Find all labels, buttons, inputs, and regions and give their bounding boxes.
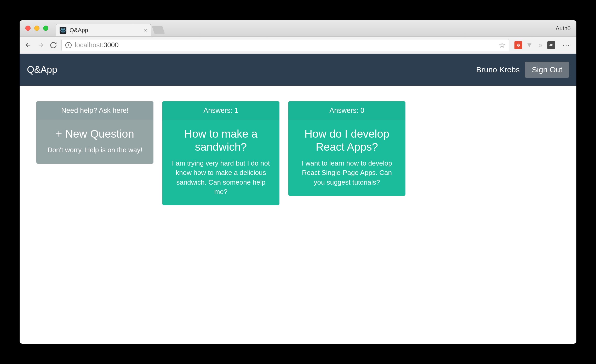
extension-icon[interactable]: ◎ bbox=[536, 41, 544, 49]
app-viewport: Q&App Bruno Krebs Sign Out Need help? As… bbox=[20, 54, 576, 344]
window-controls bbox=[25, 26, 48, 31]
tab-title: Q&App bbox=[70, 27, 141, 34]
back-button[interactable] bbox=[24, 41, 33, 50]
question-card[interactable]: Answers: 0 How do I develop React Apps? … bbox=[288, 101, 405, 196]
card-text: Don't worry. Help is on the way! bbox=[45, 145, 145, 155]
url-text: localhost:3000 bbox=[75, 41, 119, 49]
maximize-window-button[interactable] bbox=[43, 26, 48, 31]
card-body: How do I develop React Apps? I want to l… bbox=[288, 120, 405, 196]
card-title: + New Question bbox=[45, 127, 145, 140]
browser-toolbar: i localhost:3000 ☆ ⚙ ▼ ◎ JB ⋮ bbox=[20, 37, 576, 54]
close-window-button[interactable] bbox=[25, 26, 31, 31]
question-card[interactable]: Answers: 1 How to make a sandwich? I am … bbox=[162, 101, 279, 205]
navbar-right: Bruno Krebs Sign Out bbox=[476, 62, 569, 78]
card-header: Need help? Ask here! bbox=[36, 101, 153, 120]
question-title: How to make a sandwich? bbox=[171, 127, 271, 154]
extension-icon[interactable]: ⚙ bbox=[514, 41, 522, 49]
app-navbar: Q&App Bruno Krebs Sign Out bbox=[20, 54, 576, 86]
extensions: ⚙ ▼ ◎ JB bbox=[513, 41, 557, 49]
browser-tab[interactable]: Q&App × bbox=[56, 24, 151, 36]
profile-label[interactable]: Auth0 bbox=[556, 25, 571, 32]
app-brand[interactable]: Q&App bbox=[27, 64, 57, 75]
cards-container: Need help? Ask here! + New Question Don'… bbox=[20, 86, 576, 221]
react-favicon-icon bbox=[60, 27, 66, 34]
card-body: How to make a sandwich? I am trying very… bbox=[162, 120, 279, 205]
user-name: Bruno Krebs bbox=[476, 65, 520, 74]
browser-menu-icon[interactable]: ⋮ bbox=[560, 42, 572, 49]
bookmark-star-icon[interactable]: ☆ bbox=[499, 41, 505, 49]
jb-extension-icon[interactable]: JB bbox=[547, 41, 555, 49]
sign-out-button[interactable]: Sign Out bbox=[525, 62, 569, 78]
minimize-window-button[interactable] bbox=[34, 26, 39, 31]
card-body: + New Question Don't worry. Help is on t… bbox=[36, 120, 153, 164]
new-question-card[interactable]: Need help? Ask here! + New Question Don'… bbox=[36, 101, 153, 164]
svg-point-0 bbox=[62, 30, 64, 31]
browser-window: Q&App × Auth0 i localhost:3000 ☆ ⚙ ▼ ◎ J… bbox=[20, 20, 576, 344]
answers-count: Answers: 0 bbox=[288, 101, 405, 120]
forward-button[interactable] bbox=[36, 41, 45, 50]
new-tab-button[interactable] bbox=[152, 26, 165, 34]
titlebar: Q&App × Auth0 bbox=[20, 20, 576, 37]
answers-count: Answers: 1 bbox=[162, 101, 279, 120]
address-bar[interactable]: i localhost:3000 ☆ bbox=[61, 39, 509, 51]
question-text: I am trying very hard but I do not know … bbox=[171, 158, 271, 197]
site-info-icon[interactable]: i bbox=[65, 42, 72, 48]
vue-extension-icon[interactable]: ▼ bbox=[525, 41, 533, 49]
question-text: I want to learn how to develop React Sin… bbox=[297, 158, 397, 187]
close-tab-icon[interactable]: × bbox=[144, 27, 147, 34]
question-title: How do I develop React Apps? bbox=[297, 127, 397, 154]
reload-button[interactable] bbox=[49, 41, 58, 50]
